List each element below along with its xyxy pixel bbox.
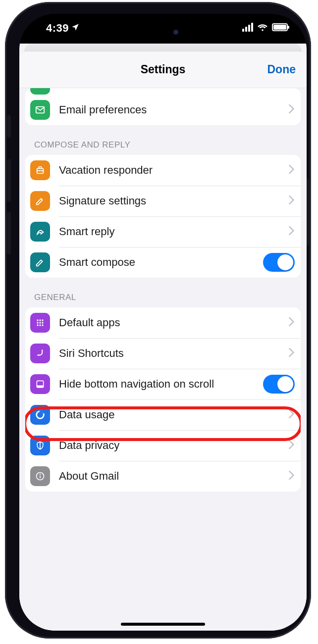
svg-point-8 — [37, 324, 38, 326]
svg-point-4 — [42, 319, 43, 321]
svg-point-9 — [39, 324, 41, 326]
location-icon — [71, 22, 80, 35]
svg-point-7 — [42, 322, 43, 323]
done-button[interactable]: Done — [267, 51, 296, 88]
settings-sheet: Settings Done Email preferences — [19, 51, 307, 631]
smart-compose-toggle[interactable] — [263, 253, 295, 272]
battery-icon — [272, 23, 288, 31]
chevron-right-icon — [289, 104, 295, 115]
row-siri-shortcuts[interactable]: Siri Shortcuts — [25, 338, 301, 369]
page-title: Settings — [141, 63, 186, 76]
row-default-apps[interactable]: Default apps — [25, 307, 301, 338]
svg-point-10 — [42, 324, 43, 326]
status-time: 4:39 — [46, 22, 80, 35]
row-signature-settings[interactable]: Signature settings — [25, 186, 301, 216]
svg-point-2 — [37, 319, 38, 321]
home-indicator — [121, 623, 205, 626]
group-general: Default apps Siri Shortcuts — [25, 307, 301, 492]
phone-frame: 4:39 Settings — [5, 2, 311, 639]
suitcase-icon — [30, 160, 50, 180]
chevron-right-icon — [289, 196, 295, 206]
chevron-right-icon — [289, 165, 295, 176]
time-text: 4:39 — [46, 22, 69, 35]
row-label: Data privacy — [59, 439, 280, 452]
row-data-usage[interactable]: Data usage — [25, 399, 301, 430]
mail-icon — [30, 100, 50, 120]
group-compose: Vacation responder Signature settings — [25, 155, 301, 278]
row-label: Smart reply — [59, 225, 280, 239]
curve-icon — [30, 344, 50, 363]
sheet-header: Settings Done — [19, 51, 307, 88]
chevron-right-icon — [289, 440, 295, 451]
chevron-right-icon — [289, 348, 295, 359]
row-email-preferences[interactable]: Email preferences — [25, 95, 301, 125]
row-label: Default apps — [59, 316, 280, 330]
row-label: Hide bottom navigation on scroll — [59, 377, 254, 391]
ring-icon — [30, 405, 50, 425]
wifi-icon — [257, 23, 268, 32]
svg-point-15 — [40, 474, 41, 475]
row-smart-reply[interactable]: Smart reply — [25, 216, 301, 247]
pencil-icon — [30, 191, 50, 211]
mute-switch — [7, 115, 11, 138]
shield-icon — [30, 436, 50, 455]
row-label: About Gmail — [59, 469, 280, 483]
status-bar: 4:39 — [19, 14, 307, 44]
row-label: Siri Shortcuts — [59, 347, 280, 360]
row-smart-compose[interactable]: Smart compose — [25, 247, 301, 278]
svg-point-3 — [39, 319, 41, 321]
settings-scroll[interactable]: Email preferences COMPOSE AND REPLY — [19, 88, 307, 631]
svg-point-5 — [37, 322, 38, 323]
group-header-compose: COMPOSE AND REPLY — [25, 125, 301, 155]
previous-group-tail: Email preferences — [25, 88, 301, 125]
edit-icon — [30, 252, 50, 272]
reply-icon — [30, 222, 50, 242]
svg-point-6 — [39, 322, 41, 323]
row-about-gmail[interactable]: About Gmail — [25, 461, 301, 492]
volume-down-button — [7, 212, 11, 254]
hide-bottom-nav-toggle[interactable] — [263, 375, 295, 394]
row-label: Smart compose — [59, 255, 254, 269]
row-vacation-responder[interactable]: Vacation responder — [25, 155, 301, 186]
chevron-right-icon — [289, 317, 295, 328]
chevron-right-icon — [289, 226, 295, 237]
info-icon — [30, 466, 50, 486]
row-label: Email preferences — [59, 103, 280, 117]
group-header-general: GENERAL — [25, 278, 301, 307]
phone-screen: 4:39 Settings — [19, 14, 307, 631]
row-label: Vacation responder — [59, 163, 280, 177]
svg-rect-12 — [37, 386, 43, 388]
cell-signal-icon — [242, 23, 253, 32]
row-label: Signature settings — [59, 194, 280, 208]
volume-up-button — [7, 159, 11, 202]
row-hide-bottom-nav[interactable]: Hide bottom navigation on scroll — [25, 369, 301, 399]
chevron-right-icon — [289, 471, 295, 482]
previous-row-icon-slice — [30, 88, 50, 95]
row-label: Data usage — [59, 408, 280, 422]
grid-icon — [30, 313, 50, 333]
chevron-right-icon — [289, 409, 295, 420]
panel-icon — [30, 374, 50, 394]
row-data-privacy[interactable]: Data privacy — [25, 430, 301, 461]
svg-rect-16 — [40, 476, 41, 478]
modal-background: Settings Done Email preferences — [19, 44, 307, 631]
